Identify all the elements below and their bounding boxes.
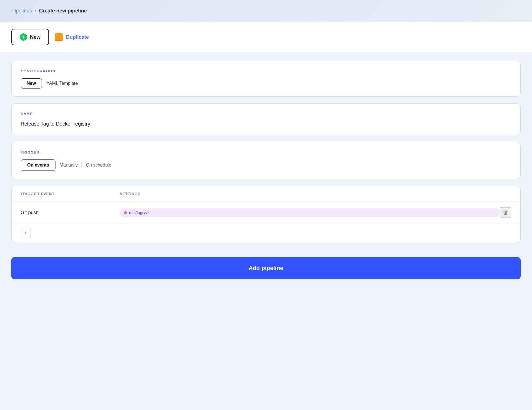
trigger-divider — [81, 162, 82, 168]
breadcrumb-pipelines-link[interactable]: Pipelines — [11, 8, 32, 14]
name-card: NAME Release Tag to Docker registry — [11, 103, 521, 135]
trigger-card: TRIGGER On events Manually On schedule — [11, 142, 521, 179]
trigger-event-card: TRIGGER EVENT SETTINGS Git push ⊛ refs/t… — [11, 186, 521, 243]
trigger-event-row: Git push ⊛ refs/tags/v* 🗑 — [12, 202, 520, 223]
action-bar: + New 🟧 Duplicate — [0, 22, 532, 52]
new-plus-icon: + — [20, 33, 27, 41]
trigger-add-row: + — [12, 223, 520, 243]
pipeline-name-value: Release Tag to Docker registry — [21, 121, 511, 127]
config-new-button[interactable]: New — [21, 78, 42, 89]
on-schedule-option[interactable]: On schedule — [86, 160, 111, 171]
config-yaml-label[interactable]: YAML Template — [46, 81, 78, 86]
duplicate-button[interactable]: 🟧 Duplicate — [55, 33, 89, 41]
trigger-options: On events Manually On schedule — [21, 159, 511, 171]
breadcrumb-separator: / — [35, 8, 36, 14]
duplicate-icon: 🟧 — [55, 33, 63, 41]
settings-col-label: SETTINGS — [120, 192, 511, 196]
trigger-label: TRIGGER — [21, 150, 511, 154]
add-trigger-button[interactable]: + — [21, 228, 31, 238]
trigger-event-col-label: TRIGGER EVENT — [21, 192, 120, 196]
badge-icon: ⊛ — [124, 210, 127, 215]
trigger-event-header: TRIGGER EVENT SETTINGS — [12, 186, 520, 202]
refs-tag-badge[interactable]: ⊛ refs/tags/v* — [120, 208, 500, 217]
badge-text: refs/tags/v* — [129, 210, 149, 215]
git-push-label: Git push — [21, 210, 120, 215]
new-button[interactable]: + New — [11, 29, 49, 45]
config-options: New YAML Template — [21, 78, 511, 89]
new-button-label: New — [30, 34, 40, 40]
name-label: NAME — [21, 112, 511, 116]
configuration-card: CONFIGURATION New YAML Template — [11, 61, 521, 97]
footer: Add pipeline — [0, 251, 532, 291]
delete-trigger-button[interactable]: 🗑 — [500, 208, 511, 217]
header: Pipelines / Create new pipeline — [0, 0, 532, 22]
manually-option[interactable]: Manually — [59, 160, 78, 171]
breadcrumb: Pipelines / Create new pipeline — [11, 8, 521, 14]
add-pipeline-button[interactable]: Add pipeline — [11, 257, 521, 279]
main-content: CONFIGURATION New YAML Template NAME Rel… — [0, 52, 532, 251]
breadcrumb-current: Create new pipeline — [39, 8, 87, 14]
on-events-button[interactable]: On events — [21, 159, 55, 171]
duplicate-button-label: Duplicate — [66, 34, 89, 40]
add-icon: + — [24, 230, 27, 236]
configuration-label: CONFIGURATION — [21, 69, 511, 73]
